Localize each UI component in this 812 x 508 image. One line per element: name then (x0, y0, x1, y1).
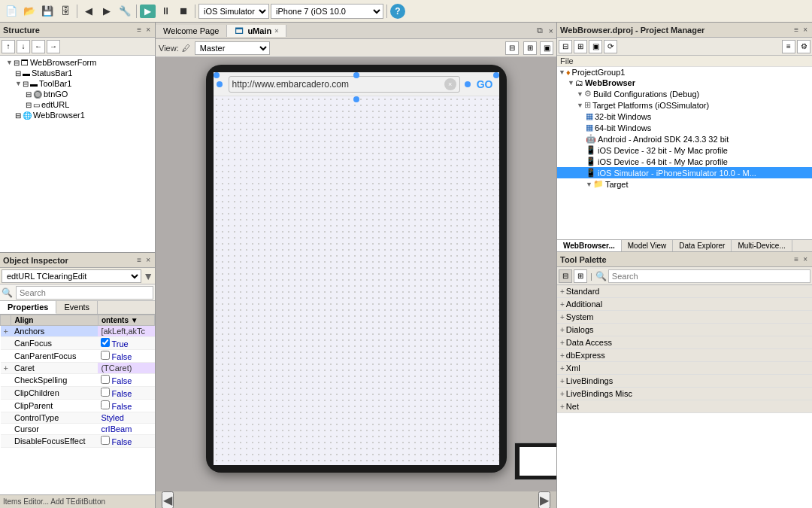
pm-tree-iosdevice32[interactable]: 📱 iOS Device - 32 bit - My Mac profile (557, 144, 812, 156)
tab-float-btn[interactable]: ⧉ (534, 26, 546, 35)
tab-close-panel-btn[interactable]: × (546, 26, 556, 35)
pause-btn[interactable]: ⏸ (157, 3, 174, 20)
pm-tree-32bit[interactable]: ▦ 32-bit Windows (557, 111, 812, 122)
tree-item-toolbar[interactable]: ▼ ⊟ ▬ ToolBar1 (2, 78, 153, 89)
tp-group-xml-header[interactable]: + Xml (557, 362, 812, 374)
tree-item-webform[interactable]: ▼ ⊟ 🗖 WebBrowserForm (2, 57, 153, 68)
anchor-bc[interactable] (353, 96, 359, 102)
url-clear-btn[interactable]: × (444, 78, 456, 90)
pm-tree-target[interactable]: ▼ 📁 Target (557, 178, 812, 190)
tp-group-additional-header[interactable]: + Additional (557, 298, 812, 310)
tab-welcome[interactable]: Welcome Page (156, 25, 227, 37)
clipparent-checkbox[interactable] (101, 400, 110, 409)
tp-group-dataaccess-header[interactable]: + Data Access (557, 336, 812, 348)
struct-btn-4[interactable]: → (47, 40, 60, 53)
build-btn[interactable]: 🔧 (117, 3, 133, 20)
tab-umain[interactable]: 🗖 uMain × (227, 25, 286, 37)
prop-val-cursor[interactable]: crIBeam (98, 424, 154, 435)
tp-btn-1[interactable]: ⊟ (559, 269, 572, 283)
structure-close-btn[interactable]: × (144, 26, 152, 34)
oi-object-selector[interactable]: edtURL TClearingEdit (2, 269, 141, 283)
oi-dropdown-btn[interactable]: ▼ (143, 270, 153, 282)
pm-btn-4[interactable]: ⟳ (604, 40, 617, 53)
prop-val-controltype[interactable]: Styled (98, 412, 154, 424)
col-contents[interactable]: ontents ▼ (98, 315, 154, 326)
anchor-l[interactable] (217, 81, 223, 87)
table-row[interactable]: DisableFocusEffect False (1, 435, 155, 448)
expand-webform[interactable]: ▼ (6, 59, 13, 66)
pm-btn-2[interactable]: ⊞ (574, 40, 587, 53)
pm-close-btn[interactable]: × (801, 26, 809, 34)
oi-menu-btn[interactable]: ≡ (135, 256, 143, 264)
anchor-tc[interactable] (353, 72, 359, 78)
view-btn-2[interactable]: ⊞ (523, 41, 537, 55)
save-all-btn[interactable]: 🗄 (57, 3, 74, 20)
expand-toolbar[interactable]: ▼ (15, 80, 22, 87)
new-btn[interactable]: 📄 (3, 3, 20, 20)
pm-tree-targetplatforms[interactable]: ▼ ⊞ Target Platforms (iOSSimulator) (557, 99, 812, 111)
anchor-tl[interactable] (214, 72, 220, 78)
pm-tree-iossimulator[interactable]: 📱 iOS Simulator - iPhoneSimulator 10.0 -… (557, 167, 812, 178)
tp-close-btn[interactable]: × (801, 255, 809, 263)
pm-menu-btn[interactable]: ≡ (792, 26, 800, 34)
prop-val-canparentfocus[interactable]: False (98, 350, 154, 363)
expand-anchors[interactable]: + (1, 326, 11, 337)
prop-val-anchors[interactable]: [akLeft,akTc (98, 326, 154, 337)
pm-tree-buildconfigs[interactable]: ▼ ⚙ Build Configurations (Debug) (557, 88, 812, 99)
col-align[interactable]: Align (11, 315, 98, 326)
struct-btn-2[interactable]: ↓ (17, 40, 30, 53)
tab-umain-close[interactable]: × (274, 27, 278, 35)
table-row[interactable]: ClipParent False (1, 400, 155, 412)
pm-btn-1[interactable]: ⊟ (559, 40, 572, 53)
oi-search-input[interactable] (16, 286, 153, 300)
struct-btn-1[interactable]: ↑ (2, 40, 15, 53)
pm-tree-projectgroup[interactable]: ▼ ♦ ProjectGroup1 (557, 67, 812, 78)
tree-item-btngo[interactable]: ⊟ 🔘 btnGO (2, 89, 153, 99)
struct-btn-3[interactable]: ← (32, 40, 45, 53)
disablefocus-checkbox[interactable] (101, 436, 110, 445)
pm-tree-android[interactable]: 🤖 Android - Android SDK 24.3.3 32 bit (557, 133, 812, 144)
stop-btn[interactable]: ⏹ (175, 3, 192, 20)
view-btn-3[interactable]: ▣ (540, 41, 553, 55)
pm-btn-6[interactable]: ⚙ (797, 40, 810, 53)
device-select[interactable]: iPhone 7 (iOS 10.0 (271, 4, 383, 19)
prop-val-disablefocus[interactable]: False (98, 435, 154, 448)
open-btn[interactable]: 📂 (21, 3, 38, 20)
go-button[interactable]: GO (474, 78, 496, 90)
back-btn[interactable]: ◀ (80, 3, 97, 20)
tp-group-standard-header[interactable]: + Standard (557, 285, 812, 297)
structure-menu-btn[interactable]: ≡ (135, 26, 143, 34)
fwd-btn[interactable]: ▶ (98, 3, 115, 20)
pm-tree-webbrowser[interactable]: ▼ 🗂 WebBrowser (557, 78, 812, 88)
pm-btn-3[interactable]: ▣ (589, 40, 602, 53)
tp-menu-btn[interactable]: ≡ (792, 255, 800, 263)
tp-group-dbexpress-header[interactable]: + dbExpress (557, 349, 812, 361)
pm-tab-dataexplorer[interactable]: Data Explorer (673, 240, 732, 251)
prop-val-canfocus[interactable]: True (98, 337, 154, 350)
prop-val-clipchildren[interactable]: False (98, 387, 154, 400)
expand-caret[interactable]: + (1, 363, 11, 374)
tree-item-edturl[interactable]: ⊟ ▭ edtURL (2, 99, 153, 110)
prop-val-checkspelling[interactable]: False (98, 374, 154, 387)
anchor-tr[interactable] (493, 72, 499, 78)
tab-properties[interactable]: Properties (0, 301, 56, 314)
prop-val-clipparent[interactable]: False (98, 400, 154, 412)
tp-group-system-header[interactable]: + System (557, 311, 812, 323)
table-row[interactable]: CheckSpelling False (1, 374, 155, 387)
simulator-select[interactable]: iOS Simulator (198, 4, 269, 19)
pm-tab-webbrowser[interactable]: WebBrowser... (557, 240, 622, 251)
pm-btn-5[interactable]: ≡ (782, 40, 795, 53)
tree-item-webbrowser[interactable]: ⊟ 🌐 WebBrowser1 (2, 110, 153, 120)
table-row[interactable]: + Caret (TCaret) (1, 363, 155, 374)
table-row[interactable]: Cursor crIBeam (1, 424, 155, 435)
tp-group-livebindings-header[interactable]: + LiveBindings (557, 375, 812, 387)
pm-tab-modelview[interactable]: Model View (622, 240, 674, 251)
pm-tree-64bit[interactable]: ▦ 64-bit Windows (557, 122, 812, 133)
table-row[interactable]: + Anchors [akLeft,akTc (1, 326, 155, 337)
pm-tree-iosdevice64[interactable]: 📱 iOS Device - 64 bit - My Mac profile (557, 156, 812, 167)
help-btn[interactable]: ? (390, 4, 405, 19)
oi-close-btn[interactable]: × (144, 256, 152, 264)
table-row[interactable]: ClipChildren False (1, 387, 155, 400)
nav-right-btn[interactable]: ▶ (538, 491, 550, 509)
table-row[interactable]: ControlType Styled (1, 412, 155, 424)
